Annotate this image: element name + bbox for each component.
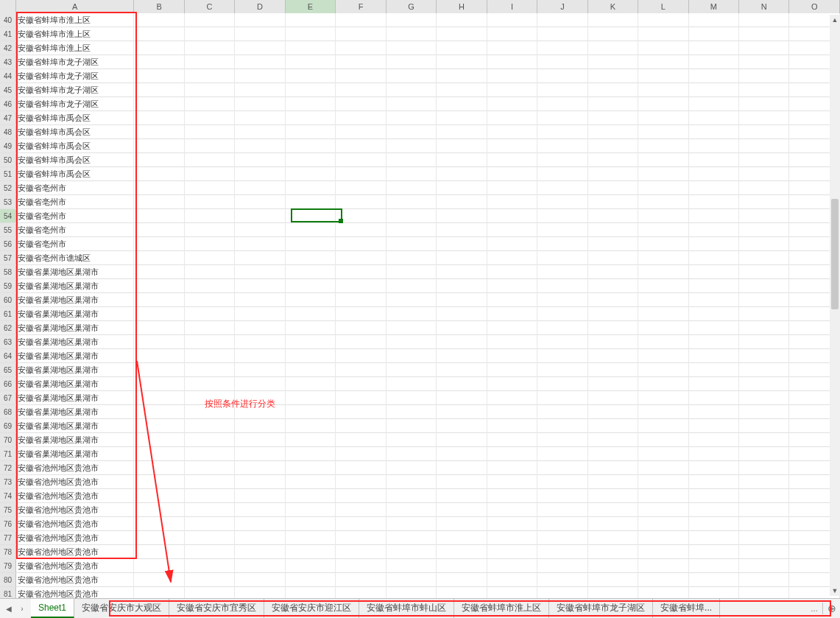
cell[interactable] bbox=[387, 209, 437, 223]
cell[interactable] bbox=[286, 83, 336, 97]
cell[interactable]: 安徽省巢湖地区巢湖市 bbox=[16, 349, 134, 363]
cell[interactable] bbox=[689, 363, 739, 377]
cell[interactable] bbox=[537, 265, 587, 279]
cell[interactable] bbox=[537, 573, 587, 587]
cell[interactable]: 安徽省蚌埠市禹会区 bbox=[16, 111, 134, 125]
cell[interactable] bbox=[437, 489, 487, 503]
cell[interactable] bbox=[286, 573, 336, 587]
cell[interactable] bbox=[134, 391, 184, 405]
cell[interactable] bbox=[185, 69, 235, 83]
cell[interactable] bbox=[336, 195, 386, 209]
cell[interactable] bbox=[387, 489, 437, 503]
cell[interactable] bbox=[487, 125, 537, 139]
cell[interactable] bbox=[537, 545, 587, 559]
cell[interactable] bbox=[185, 251, 235, 265]
col-header-A[interactable]: A bbox=[16, 0, 134, 13]
cell[interactable] bbox=[437, 153, 487, 167]
row-header[interactable]: 77 bbox=[0, 531, 16, 544]
cell[interactable] bbox=[638, 461, 688, 475]
cell[interactable] bbox=[387, 293, 437, 307]
cell[interactable] bbox=[387, 251, 437, 265]
cell[interactable] bbox=[739, 251, 789, 265]
cell[interactable] bbox=[487, 489, 537, 503]
cell[interactable] bbox=[387, 475, 437, 489]
cell[interactable]: 安徽省亳州市 bbox=[16, 195, 134, 209]
cell[interactable] bbox=[689, 573, 739, 587]
cell[interactable] bbox=[387, 517, 437, 531]
cell[interactable] bbox=[336, 545, 386, 559]
cell[interactable] bbox=[638, 125, 688, 139]
col-header-M[interactable]: M bbox=[689, 0, 739, 13]
cell[interactable] bbox=[689, 265, 739, 279]
cell[interactable] bbox=[336, 153, 386, 167]
cell[interactable] bbox=[387, 167, 437, 181]
cell[interactable] bbox=[336, 125, 386, 139]
cell[interactable] bbox=[638, 489, 688, 503]
cell[interactable] bbox=[235, 447, 285, 461]
cell[interactable] bbox=[387, 363, 437, 377]
cell[interactable] bbox=[336, 69, 386, 83]
cell[interactable] bbox=[689, 475, 739, 489]
cell[interactable] bbox=[537, 13, 587, 27]
cell[interactable] bbox=[689, 531, 739, 545]
cell[interactable] bbox=[487, 13, 537, 27]
cell[interactable] bbox=[638, 475, 688, 489]
cell[interactable] bbox=[689, 433, 739, 447]
row-header[interactable]: 48 bbox=[0, 125, 16, 138]
cell[interactable]: 安徽省巢湖地区巢湖市 bbox=[16, 377, 134, 391]
cell[interactable]: 安徽省亳州市 bbox=[16, 223, 134, 237]
cell[interactable] bbox=[387, 27, 437, 41]
sheet-tab[interactable]: 安徽省安庆市迎江区 bbox=[264, 599, 359, 618]
cell[interactable] bbox=[286, 167, 336, 181]
cell[interactable] bbox=[638, 573, 688, 587]
cell[interactable] bbox=[638, 391, 688, 405]
cell[interactable] bbox=[387, 405, 437, 419]
cell[interactable] bbox=[689, 545, 739, 559]
cell[interactable] bbox=[437, 181, 487, 195]
cell[interactable] bbox=[739, 237, 789, 251]
cell[interactable] bbox=[638, 363, 688, 377]
cell[interactable] bbox=[286, 69, 336, 83]
cell[interactable] bbox=[185, 475, 235, 489]
row-header[interactable]: 74 bbox=[0, 489, 16, 502]
cell[interactable] bbox=[689, 307, 739, 321]
cell[interactable] bbox=[185, 307, 235, 321]
row-header[interactable]: 50 bbox=[0, 153, 16, 166]
row-header[interactable]: 47 bbox=[0, 111, 16, 124]
cell[interactable]: 安徽省巢湖地区巢湖市 bbox=[16, 321, 134, 335]
cell[interactable] bbox=[286, 13, 336, 27]
cell[interactable] bbox=[235, 279, 285, 293]
cell[interactable] bbox=[689, 503, 739, 517]
cell[interactable] bbox=[588, 307, 638, 321]
cell[interactable] bbox=[638, 251, 688, 265]
cell[interactable] bbox=[588, 475, 638, 489]
cell[interactable] bbox=[638, 97, 688, 111]
cell[interactable] bbox=[638, 139, 688, 153]
cell[interactable] bbox=[487, 139, 537, 153]
cell[interactable] bbox=[689, 461, 739, 475]
cell[interactable]: 安徽省蚌埠市淮上区 bbox=[16, 41, 134, 55]
cell[interactable] bbox=[638, 209, 688, 223]
cell[interactable] bbox=[387, 559, 437, 573]
cell[interactable] bbox=[638, 27, 688, 41]
cell[interactable] bbox=[437, 363, 487, 377]
col-header-N[interactable]: N bbox=[739, 0, 789, 13]
cell[interactable] bbox=[336, 111, 386, 125]
cell[interactable]: 安徽省池州地区贵池市 bbox=[16, 461, 134, 475]
cell[interactable] bbox=[487, 111, 537, 125]
cell[interactable] bbox=[537, 83, 587, 97]
cell[interactable] bbox=[437, 209, 487, 223]
cell[interactable] bbox=[185, 447, 235, 461]
cell[interactable] bbox=[689, 447, 739, 461]
cell[interactable] bbox=[487, 559, 537, 573]
cell[interactable]: 安徽省巢湖地区巢湖市 bbox=[16, 335, 134, 349]
cell[interactable] bbox=[134, 237, 184, 251]
cell[interactable] bbox=[235, 335, 285, 349]
cell[interactable] bbox=[588, 279, 638, 293]
cell[interactable] bbox=[739, 209, 789, 223]
cell[interactable] bbox=[387, 83, 437, 97]
cell[interactable] bbox=[588, 69, 638, 83]
cell[interactable] bbox=[689, 391, 739, 405]
cell[interactable] bbox=[739, 27, 789, 41]
cell[interactable] bbox=[537, 419, 587, 433]
